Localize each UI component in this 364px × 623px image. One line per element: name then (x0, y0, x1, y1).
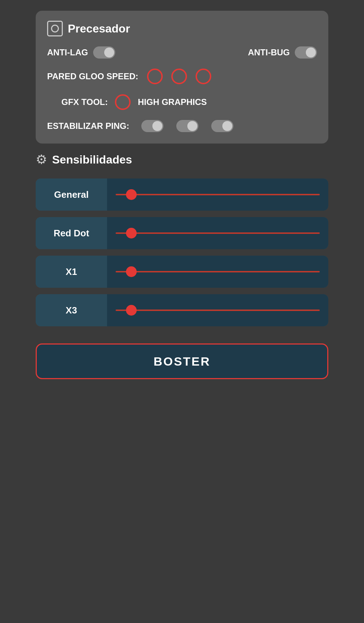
slider-general-label-box: General (36, 179, 107, 211)
sensibilidades-title: Sensibilidades (52, 153, 132, 166)
slider-general-label: General (54, 189, 89, 200)
anti-lag-label: ANTI-LAG (47, 47, 88, 57)
gear-icon: ⚙ (36, 152, 47, 167)
gfx-label: GFX TOOL: (61, 97, 108, 107)
main-container: Precesador ANTI-LAG ANTI-BUG PARED GLOO … (36, 11, 328, 379)
gfx-radio[interactable] (115, 94, 131, 110)
gfx-row: GFX TOOL: HIGH GRAPHICS (47, 94, 317, 110)
pared-row: PARED GLOO SPEED: (47, 69, 317, 84)
precesador-icon (47, 21, 63, 36)
pared-radio-2[interactable] (171, 69, 187, 84)
slider-general-thumb[interactable] (126, 189, 137, 200)
slider-general-track[interactable] (116, 194, 320, 195)
toggle-row: ANTI-LAG ANTI-BUG (47, 46, 317, 59)
slider-x1-thumb[interactable] (126, 266, 137, 277)
anti-lag-item: ANTI-LAG (47, 46, 115, 59)
slider-x1-label: X1 (66, 266, 77, 277)
sliders-container: General Red Dot X1 (36, 179, 328, 333)
ping-toggle-3[interactable] (211, 120, 233, 132)
precesador-card: Precesador ANTI-LAG ANTI-BUG PARED GLOO … (36, 11, 328, 144)
slider-x3-label-box: X3 (36, 294, 107, 326)
anti-bug-toggle[interactable] (295, 46, 317, 59)
slider-reddot-track-box (107, 217, 328, 249)
slider-x1-track-box (107, 256, 328, 288)
estabilizar-row: ESTABILIZAR PING: (47, 120, 317, 132)
slider-x3: X3 (36, 294, 328, 326)
ping-toggle-2[interactable] (176, 120, 198, 132)
boster-button[interactable]: BOSTER (36, 343, 328, 379)
slider-x3-track[interactable] (116, 310, 320, 311)
slider-x1-label-box: X1 (36, 256, 107, 288)
anti-lag-toggle[interactable] (93, 46, 115, 59)
slider-general: General (36, 179, 328, 211)
slider-x3-label: X3 (66, 305, 77, 316)
slider-x3-thumb[interactable] (126, 305, 137, 316)
high-graphics-label: HIGH GRAPHICS (138, 97, 207, 107)
pared-radio-3[interactable] (196, 69, 211, 84)
slider-x3-track-box (107, 294, 328, 326)
slider-reddot-track[interactable] (116, 232, 320, 234)
slider-reddot-label: Red Dot (54, 228, 89, 239)
slider-x1: X1 (36, 256, 328, 288)
slider-general-track-box (107, 179, 328, 211)
anti-bug-item: ANTI-BUG (248, 46, 317, 59)
pared-label: PARED GLOO SPEED: (47, 71, 138, 81)
slider-reddot-thumb[interactable] (126, 228, 137, 238)
slider-reddot-label-box: Red Dot (36, 217, 107, 249)
slider-reddot: Red Dot (36, 217, 328, 249)
sensibilidades-header: ⚙ Sensibilidades (36, 152, 328, 167)
ping-toggle-1[interactable] (141, 120, 163, 132)
precesador-title: Precesador (68, 22, 130, 35)
pared-radio-1[interactable] (147, 69, 163, 84)
precesador-header: Precesador (47, 21, 317, 36)
slider-x1-track[interactable] (116, 271, 320, 272)
anti-bug-label: ANTI-BUG (248, 47, 290, 57)
estabilizar-label: ESTABILIZAR PING: (47, 121, 129, 131)
